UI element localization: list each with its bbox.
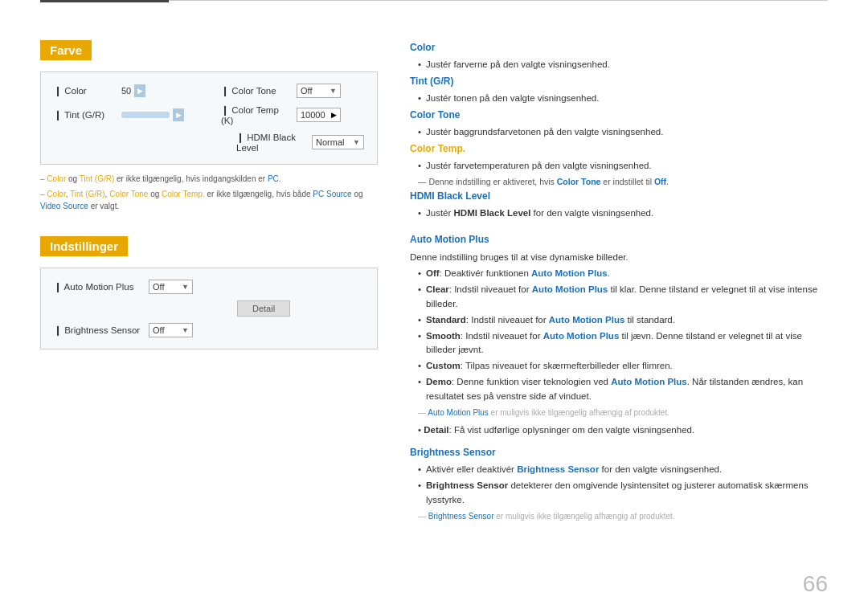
brightness-sensor-dropdown[interactable]: Off ▼ [149, 323, 193, 337]
right-colortone-item-1: Justér baggrundsfarvetonen på den valgte… [418, 125, 828, 140]
right-color-heading: Color [410, 40, 828, 55]
right-amp-section: Auto Motion Plus Denne indstilling bruge… [410, 232, 828, 437]
brightness-sensor-row: ❙ Brightness Sensor Off ▼ [54, 323, 364, 337]
brightness-sensor-label: ❙ Brightness Sensor [54, 325, 142, 336]
color-control: ❙ Color 50 ▶ [54, 84, 215, 97]
tint-label: ❙ Tint (G/R) [54, 109, 118, 121]
right-amp-detail: • Detail: Få vist udførlige oplysninger … [418, 423, 828, 437]
right-bs-note: — Brightness Sensor er muligvis ikke til… [418, 510, 828, 523]
tint-slider[interactable] [121, 112, 170, 118]
indstillinger-settings-box: ❙ Auto Motion Plus Off ▼ Detail ❙ Bright… [40, 268, 378, 349]
farve-section: Farve ❙ Color 50 ▶ ❙ Color Tone Off [40, 40, 378, 212]
tint-arrow-btn[interactable]: ▶ [173, 108, 184, 121]
right-color-item-1: Justér farverne på den valgte visningsen… [418, 58, 828, 72]
right-bs-section: Brightness Sensor Aktivér eller deaktivé… [410, 445, 828, 523]
tint-row: ❙ Tint (G/R) ▶ ❙ Color Temp (K) 10000 ▶ [54, 104, 364, 125]
right-amp-list: Off: Deaktivér funktionen Auto Motion Pl… [410, 267, 828, 403]
right-hdmi-section: HDMI Black Level Justér HDMI Black Level… [410, 189, 828, 221]
auto-motion-label: ❙ Auto Motion Plus [54, 281, 142, 292]
color-tone-label: ❙ Color Tone [221, 85, 293, 96]
farve-notes: – Color og Tint (G/R) er ikke tilgængeli… [40, 173, 378, 212]
color-tone-dropdown[interactable]: Off ▼ [297, 84, 341, 98]
right-amp-custom: Custom: Tilpas niveauet for skærmefterbi… [418, 359, 828, 374]
right-bs-heading: Brightness Sensor [410, 445, 828, 460]
hdmi-arrow-icon: ▼ [353, 138, 360, 146]
top-decoration [0, 0, 868, 6]
hdmi-control: ❙ HDMI Black Level Normal ▼ [236, 132, 364, 153]
right-bs-list: Aktivér eller deaktivér Brightness Senso… [410, 463, 828, 507]
right-colortemp-section: Color Temp. Justér farvetemperaturen på … [410, 141, 828, 189]
auto-motion-dropdown[interactable]: Off ▼ [149, 280, 193, 294]
farve-title: Farve [40, 40, 92, 60]
right-tint-heading: Tint (G/R) [410, 74, 828, 89]
color-temp-control: ❙ Color Temp (K) 10000 ▶ [221, 104, 341, 125]
brightness-sensor-arrow-icon: ▼ [182, 326, 189, 334]
indstillinger-section: Indstillinger ❙ Auto Motion Plus Off ▼ D… [40, 236, 378, 349]
hdmi-label: ❙ HDMI Black Level [236, 132, 309, 153]
color-value: 50 [121, 86, 131, 96]
right-hdmi-item-1: Justér HDMI Black Level for den valgte v… [418, 206, 828, 221]
right-colortemp-list: Justér farvetemperaturen på den valgte v… [410, 159, 828, 174]
color-tone-control: ❙ Color Tone Off ▼ [221, 84, 341, 98]
color-label: ❙ Color [54, 85, 118, 96]
right-colortemp-note: — Denne indstilling er aktiveret, hvis C… [418, 175, 828, 189]
auto-motion-arrow-icon: ▼ [182, 283, 189, 291]
right-hdmi-heading: HDMI Black Level [410, 189, 828, 204]
right-amp-clear: Clear: Indstil niveauet for Auto Motion … [418, 283, 828, 312]
right-amp-demo: Demo: Denne funktion viser teknologien v… [418, 375, 828, 404]
right-hdmi-list: Justér HDMI Black Level for den valgte v… [410, 206, 828, 221]
color-row: ❙ Color 50 ▶ ❙ Color Tone Off ▼ [54, 84, 364, 98]
page-number: 66 [803, 571, 828, 597]
hdmi-dropdown[interactable]: Normal ▼ [312, 135, 364, 149]
color-temp-label: ❙ Color Temp (K) [221, 104, 293, 125]
right-colortone-heading: Color Tone [410, 108, 828, 123]
detail-button[interactable]: Detail [237, 300, 290, 317]
right-colortone-section: Color Tone Justér baggrundsfarvetonen på… [410, 108, 828, 140]
right-amp-heading: Auto Motion Plus [410, 232, 828, 247]
right-amp-note: — Auto Motion Plus er muligvis ikke tilg… [418, 407, 828, 419]
right-column: Color Justér farverne på den valgte visn… [410, 40, 828, 523]
color-tone-arrow-icon: ▼ [330, 87, 337, 95]
color-temp-arrow-btn[interactable]: ▶ [331, 111, 337, 119]
right-bs-item-2: Brightness Sensor detekterer den omgiven… [418, 479, 828, 508]
farve-settings-box: ❙ Color 50 ▶ ❙ Color Tone Off ▼ [40, 72, 378, 165]
farve-note-2: – Color, Tint (G/R), Color Tone og Color… [40, 188, 378, 212]
left-column: Farve ❙ Color 50 ▶ ❙ Color Tone Off [40, 40, 378, 523]
right-tint-list: Justér tonen på den valgte visningsenhed… [410, 92, 828, 106]
hdmi-row: ❙ HDMI Black Level Normal ▼ [54, 132, 364, 153]
farve-note-1: – Color og Tint (G/R) er ikke tilgængeli… [40, 173, 378, 185]
color-temp-dropdown[interactable]: 10000 ▶ [297, 108, 341, 122]
right-color-section: Color Justér farverne på den valgte visn… [410, 40, 828, 72]
right-tint-item-1: Justér tonen på den valgte visningsenhed… [418, 92, 828, 106]
right-amp-standard: Standard: Indstil niveauet for Auto Moti… [418, 313, 828, 328]
right-colortone-list: Justér baggrundsfarvetonen på den valgte… [410, 125, 828, 140]
right-tint-section: Tint (G/R) Justér tonen på den valgte vi… [410, 74, 828, 106]
right-colortemp-heading: Color Temp. [410, 141, 828, 157]
right-amp-intro: Denne indstilling bruges til at vise dyn… [410, 250, 828, 264]
right-color-list: Justér farverne på den valgte visningsen… [410, 58, 828, 72]
right-colortemp-item-1: Justér farvetemperaturen på den valgte v… [418, 159, 828, 174]
right-amp-smooth: Smooth: Indstil niveauet for Auto Motion… [418, 329, 828, 358]
auto-motion-row: ❙ Auto Motion Plus Off ▼ [54, 280, 364, 294]
right-amp-off: Off: Deaktivér funktionen Auto Motion Pl… [418, 267, 828, 281]
detail-btn-wrapper: Detail [149, 300, 364, 317]
right-bs-item-1: Aktivér eller deaktivér Brightness Senso… [418, 463, 828, 477]
color-arrow-btn[interactable]: ▶ [134, 84, 145, 97]
tint-control: ❙ Tint (G/R) ▶ [54, 108, 215, 121]
indstillinger-title: Indstillinger [40, 236, 128, 256]
